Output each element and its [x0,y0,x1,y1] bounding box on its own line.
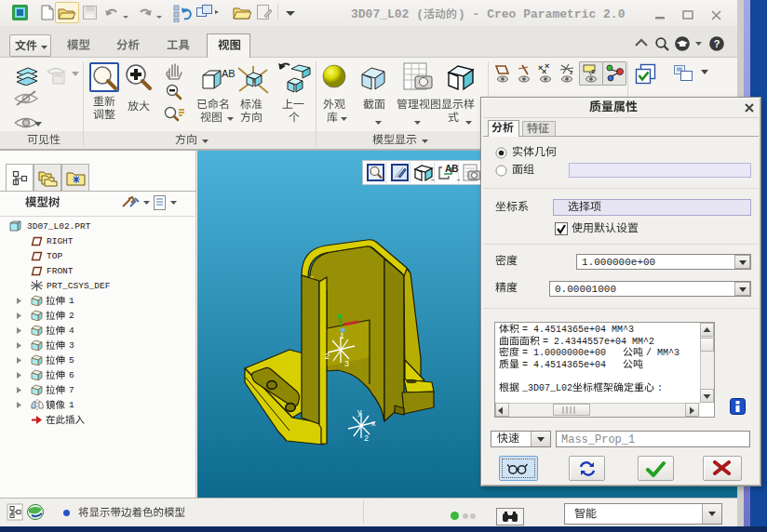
svg-text:1: 1 [340,331,344,340]
svg-text:y: y [357,407,362,417]
svg-text:×: × [542,67,546,76]
svg-text:AB: AB [222,68,235,79]
svg-text:2: 2 [325,352,330,361]
svg-text:z: z [591,67,595,75]
svg-text:?: ? [714,38,720,49]
svg-text:2: 2 [364,433,369,443]
svg-text:3: 3 [344,359,349,368]
svg-text:x: x [371,419,376,428]
svg-text:z: z [570,69,573,75]
